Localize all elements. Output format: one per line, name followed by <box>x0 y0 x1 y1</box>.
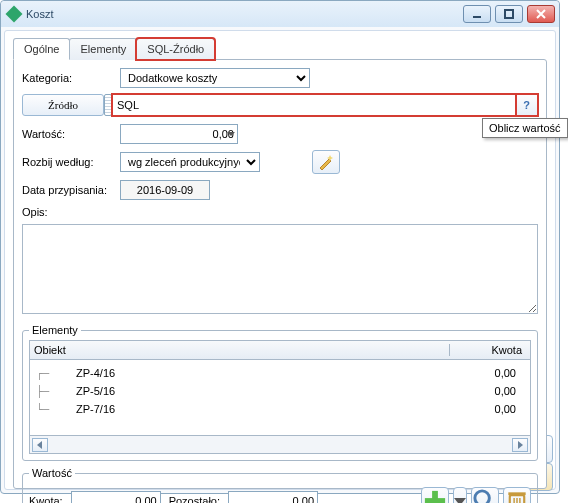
close-button[interactable] <box>527 5 555 23</box>
tab-general[interactable]: Ogólne <box>13 38 70 60</box>
scroll-right-icon[interactable] <box>512 438 528 452</box>
sql-value: SQL <box>117 99 139 111</box>
elements-fieldset: Elementy Obiekt Kwota ┌─ ZP-4/16 0,00 ├─ <box>22 324 538 461</box>
source-button[interactable]: Źródło <box>22 94 104 116</box>
window-title: Koszt <box>26 8 463 20</box>
wizard-button[interactable] <box>312 150 340 174</box>
elements-header: Obiekt Kwota <box>29 340 531 360</box>
calculate-value-button[interactable]: ? <box>516 94 538 116</box>
elements-legend: Elementy <box>29 324 81 336</box>
sql-input[interactable]: SQL <box>112 94 516 116</box>
desc-label: Opis: <box>22 206 114 218</box>
window: Koszt Ogólne Elementy SQL-Źródło <box>0 0 560 494</box>
titlebar[interactable]: Koszt <box>1 1 559 27</box>
tab-elements[interactable]: Elementy <box>69 38 137 60</box>
elements-table: ┌─ ZP-4/16 0,00 ├─ ZP-5/16 0,00 └─ ZP-7/… <box>29 360 531 436</box>
scroll-left-icon[interactable] <box>32 438 48 452</box>
table-row[interactable]: └─ ZP-7/16 0,00 <box>36 400 524 418</box>
pozostalo-input[interactable] <box>228 491 318 503</box>
value-legend: Wartość <box>29 467 75 479</box>
category-label: Kategoria: <box>22 72 114 84</box>
table-row[interactable]: ├─ ZP-5/16 0,00 <box>36 382 524 400</box>
help-icon: ? <box>523 99 530 111</box>
tree-branch-icon: └─ <box>36 403 76 416</box>
col-kwota[interactable]: Kwota <box>450 344 530 356</box>
tab-sql-source[interactable]: SQL-Źródło <box>136 38 215 60</box>
table-row[interactable]: ┌─ ZP-4/16 0,00 <box>36 364 524 382</box>
svg-rect-7 <box>425 498 445 503</box>
general-panel: Kategoria: Dodatkowe koszty Źródło SQL ?… <box>13 59 547 489</box>
tree-branch-icon: ┌─ <box>36 367 76 380</box>
add-button[interactable] <box>421 487 449 503</box>
value-label: Wartość: <box>22 128 114 140</box>
add-dropdown-button[interactable] <box>453 487 467 503</box>
horizontal-scrollbar[interactable] <box>29 436 531 454</box>
source-slider[interactable] <box>104 94 112 116</box>
col-object[interactable]: Obiekt <box>30 344 450 356</box>
category-select[interactable]: Dodatkowe koszty <box>120 68 310 88</box>
svg-point-8 <box>475 491 489 503</box>
description-textarea[interactable] <box>22 224 538 314</box>
svg-rect-1 <box>505 10 513 18</box>
kwota-label: Kwota: <box>29 495 63 503</box>
tree-branch-icon: ├─ <box>36 385 76 398</box>
assign-date-field[interactable] <box>120 180 210 200</box>
svg-rect-0 <box>473 16 481 18</box>
maximize-button[interactable] <box>495 5 523 23</box>
tooltip: Oblicz wartość <box>482 118 568 138</box>
value-fieldset: Wartość Kwota: Pozostało: <box>22 467 538 503</box>
assign-date-label: Data przypisania: <box>22 184 114 196</box>
trash-button[interactable] <box>503 487 531 503</box>
svg-rect-10 <box>508 492 525 495</box>
pozostalo-label: Pozostało: <box>169 495 220 503</box>
value-input[interactable] <box>120 124 238 144</box>
minimize-button[interactable] <box>463 5 491 23</box>
split-by-select[interactable]: wg zleceń produkcyjnych <box>120 152 260 172</box>
app-icon <box>6 6 23 23</box>
split-by-label: Rozbij według: <box>22 156 114 168</box>
search-button[interactable] <box>471 487 499 503</box>
kwota-input[interactable] <box>71 491 161 503</box>
